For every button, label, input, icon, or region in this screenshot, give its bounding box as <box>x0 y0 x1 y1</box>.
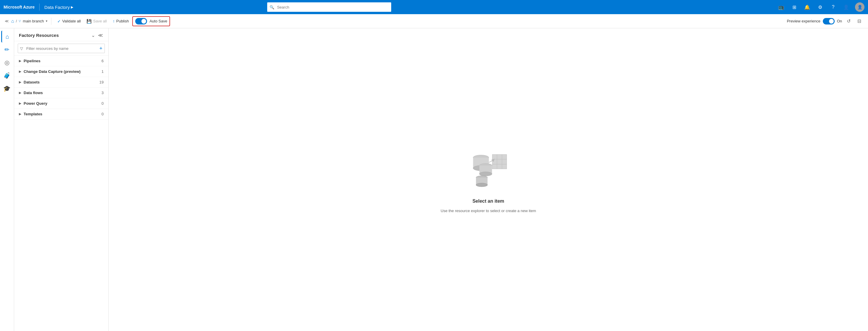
chevron-right-icon: ▶ <box>19 101 21 105</box>
refresh-button[interactable]: ↺ <box>844 17 852 25</box>
resources-header: Factory Resources ⌄ ≪ <box>14 28 108 41</box>
resource-item-left: ▶ Templates <box>19 112 42 116</box>
svg-point-13 <box>476 183 488 187</box>
autosave-label: Auto Save <box>149 19 167 23</box>
main-content: Select an item Use the resource explorer… <box>108 28 868 331</box>
search-icon: 🔍 <box>270 5 274 9</box>
main-layout: ⌂ ✏ ◎ 🧳 🎓 Factory Resources ⌄ ≪ ▽ + <box>0 28 868 331</box>
sidebar-item-manage[interactable]: 🧳 <box>1 70 13 81</box>
resources-title: Factory Resources <box>19 33 59 38</box>
help-icon[interactable]: ? <box>829 3 837 11</box>
save-all-button[interactable]: 💾 Save all <box>84 18 109 25</box>
chevron-right-icon: ▶ <box>19 59 21 63</box>
nav-brand[interactable]: Microsoft Azure <box>4 5 35 9</box>
chevron-right-icon: ▶ <box>19 80 21 84</box>
resource-item-left: ▶ Data flows <box>19 91 43 95</box>
home-nav-icon: ⌂ <box>6 33 9 40</box>
filter-icon: ▽ <box>20 46 23 51</box>
resource-item-name: Pipelines <box>24 59 40 63</box>
resources-panel: Factory Resources ⌄ ≪ ▽ + ▶ Pipelines 6 … <box>14 28 108 331</box>
avatar[interactable]: 👤 <box>855 2 864 12</box>
validate-all-button[interactable]: ✓ Validate all <box>55 18 83 25</box>
resources-header-icons: ⌄ ≪ <box>91 32 104 39</box>
collapse-panel-icon[interactable]: ⌄ <box>91 32 96 39</box>
publish-label: Publish <box>116 19 129 23</box>
app-name-label: Data Factory <box>44 5 70 10</box>
save-label: Save all <box>93 19 106 23</box>
list-item[interactable]: ▶ Templates 0 <box>14 109 108 120</box>
nav-app-name[interactable]: Data Factory ▶ <box>44 5 73 10</box>
filter-row: ▽ + <box>14 41 108 56</box>
sidebar-item-home[interactable]: ⌂ <box>1 31 13 42</box>
list-item[interactable]: ▶ Pipelines 6 <box>14 56 108 66</box>
notification-icon[interactable]: 🔔 <box>803 3 811 11</box>
app-chevron-icon: ▶ <box>71 5 73 9</box>
sidebar-item-monitor[interactable]: ◎ <box>1 57 13 68</box>
collapse-icon[interactable]: ≪ <box>5 19 9 23</box>
resource-item-count: 0 <box>101 112 104 116</box>
list-item[interactable]: ▶ Data flows 3 <box>14 88 108 98</box>
branch-info[interactable]: ⌂ / ⑂ main branch ▾ <box>11 19 48 24</box>
list-item[interactable]: ▶ Datasets 19 <box>14 77 108 88</box>
branch-chevron-icon: ▾ <box>46 19 48 23</box>
feedback-icon[interactable]: 📺 <box>777 3 785 11</box>
preview-area: Preview experience On ↺ ⊟ <box>787 17 863 25</box>
manage-icon: 🧳 <box>3 72 11 79</box>
empty-state-illustration <box>462 146 515 194</box>
search-input[interactable] <box>267 2 391 12</box>
learn-icon: 🎓 <box>3 85 11 92</box>
sidebar-item-learn[interactable]: 🎓 <box>1 82 13 94</box>
resource-item-count: 0 <box>101 101 104 106</box>
empty-state: Select an item Use the resource explorer… <box>441 146 536 213</box>
monitor-icon: ◎ <box>4 59 9 66</box>
resource-item-name: Templates <box>24 112 42 116</box>
svg-point-5 <box>479 172 492 176</box>
filter-input[interactable] <box>18 44 105 53</box>
sidebar-item-author[interactable]: ✏ <box>1 44 13 56</box>
add-resource-button[interactable]: + <box>99 45 102 52</box>
resource-item-left: ▶ Datasets <box>19 80 39 85</box>
save-icon: 💾 <box>87 19 92 24</box>
resource-item-count: 19 <box>99 80 104 85</box>
validate-icon: ✓ <box>57 19 61 24</box>
layout-icon[interactable]: ⊟ <box>855 17 863 25</box>
grid-icon[interactable]: ⊞ <box>790 3 798 11</box>
branch-slash: / <box>16 19 17 23</box>
preview-toggle[interactable] <box>823 18 835 25</box>
resource-item-count: 6 <box>101 59 104 63</box>
nav-icons: 📺 ⊞ 🔔 ⚙ ? 👤 👤 <box>777 2 864 12</box>
resource-item-left: ▶ Change Data Capture (preview) <box>19 69 81 74</box>
toolbar: ≪ ⌂ / ⑂ main branch ▾ ✓ Validate all 💾 S… <box>0 14 868 28</box>
pencil-icon: ✏ <box>4 46 9 53</box>
resource-item-left: ▶ Pipelines <box>19 59 40 63</box>
chevron-right-icon: ▶ <box>19 70 21 73</box>
preview-label: Preview experience <box>787 19 820 23</box>
top-nav: Microsoft Azure Data Factory ▶ 🔍 📺 ⊞ 🔔 ⚙… <box>0 0 868 14</box>
resource-item-count: 1 <box>101 69 104 74</box>
sidebar-icons: ⌂ ✏ ◎ 🧳 🎓 <box>0 28 14 331</box>
chevron-right-icon: ▶ <box>19 91 21 95</box>
chevron-right-icon: ▶ <box>19 112 21 116</box>
resource-item-count: 3 <box>101 91 104 95</box>
resource-item-name: Power Query <box>24 101 47 106</box>
user-icon[interactable]: 👤 <box>842 3 850 11</box>
preview-on-label: On <box>837 19 842 23</box>
empty-state-title: Select an item <box>472 199 504 204</box>
branch-name-label: main branch <box>23 19 44 23</box>
branch-icon: ⑂ <box>19 19 21 23</box>
resource-item-name: Change Data Capture (preview) <box>24 69 81 74</box>
home-icon: ⌂ <box>11 19 14 24</box>
empty-state-subtitle: Use the resource explorer to select or c… <box>441 208 536 213</box>
hide-panel-icon[interactable]: ≪ <box>97 32 104 39</box>
resource-item-left: ▶ Power Query <box>19 101 47 106</box>
resource-item-name: Datasets <box>24 80 39 85</box>
publish-icon: ↑ <box>113 19 115 24</box>
list-item[interactable]: ▶ Power Query 0 <box>14 98 108 109</box>
list-item[interactable]: ▶ Change Data Capture (preview) 1 <box>14 66 108 77</box>
svg-rect-6 <box>492 154 507 169</box>
resource-item-name: Data flows <box>24 91 43 95</box>
settings-icon[interactable]: ⚙ <box>816 3 824 11</box>
validate-label: Validate all <box>62 19 81 23</box>
autosave-toggle[interactable] <box>135 18 147 25</box>
publish-button[interactable]: ↑ Publish <box>111 18 131 25</box>
